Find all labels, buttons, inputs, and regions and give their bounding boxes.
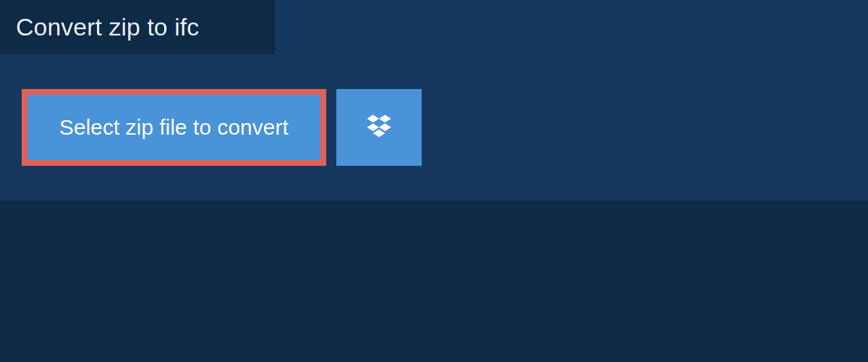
tab-convert[interactable]: Convert zip to ifc [0,0,275,54]
tab-title: Convert zip to ifc [16,13,199,41]
tab-row: Convert zip to ifc [0,0,868,54]
converter-panel: Convert zip to ifc Select zip file to co… [0,0,868,201]
select-file-label: Select zip file to convert [59,115,289,140]
dropbox-icon [365,112,393,143]
select-file-button[interactable]: Select zip file to convert [22,89,326,166]
dropbox-button[interactable] [336,89,422,166]
action-row: Select zip file to convert [0,54,868,201]
